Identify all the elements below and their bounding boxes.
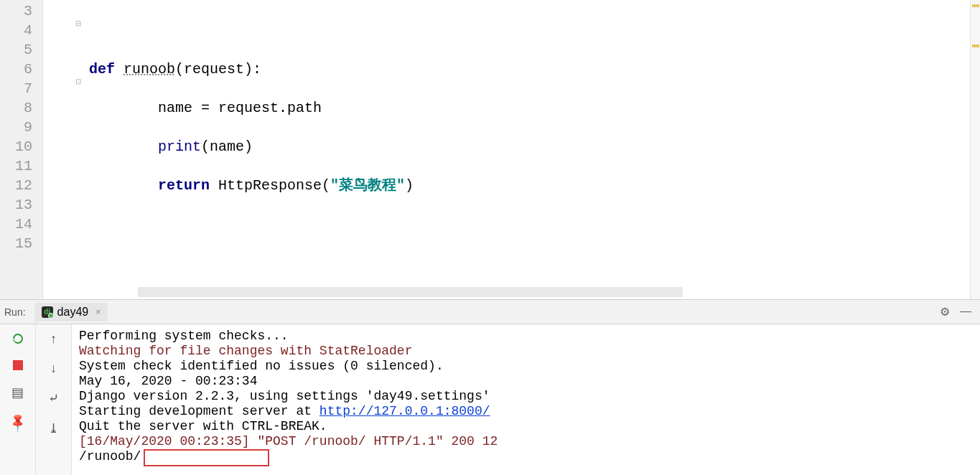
console-line: Starting development server at http://12…	[79, 404, 973, 419]
line-num: 14	[0, 215, 32, 234]
console-line: Watching for file changes with StatReloa…	[79, 344, 973, 359]
up-arrow-icon[interactable]: ↑	[50, 331, 57, 347]
run-toolbar-left: ▤ 📌	[0, 324, 36, 475]
warning-marker[interactable]	[972, 44, 979, 47]
console-output[interactable]: Performing system checks... Watching for…	[72, 324, 980, 475]
line-num: 9	[0, 118, 32, 137]
console-line: System check identified no issues (0 sil…	[79, 359, 973, 374]
warning-marker[interactable]	[972, 4, 979, 7]
line-num: 5	[0, 40, 32, 60]
line-num: 15	[0, 234, 32, 253]
line-num: 11	[0, 156, 32, 176]
console-line: Performing system checks...	[79, 329, 973, 344]
run-title: Run:	[4, 306, 26, 318]
run-body: ▤ 📌 ↑ ↓ ⤶ ⤓ Performing system checks... …	[0, 324, 980, 475]
run-config-tab[interactable]: dj day49 ×	[34, 303, 108, 321]
console-line: Django version 2.2.3, using settings 'da…	[79, 389, 973, 404]
line-num: 6	[0, 60, 32, 79]
run-header: Run: dj day49 × ⚙ —	[0, 300, 980, 324]
console-line: Quit the server with CTRL-BREAK.	[79, 419, 973, 434]
run-config-name: day49	[57, 306, 89, 319]
line-num: 7	[0, 79, 32, 98]
hide-icon[interactable]: —	[960, 305, 971, 319]
code-line: return HttpResponse("菜鸟教程")	[89, 176, 970, 195]
fold-collapse-icon[interactable]: ⊟	[75, 19, 81, 27]
code-editor[interactable]: 3 4 5 6 7 8 9 10 11 12 13 14 15 ⊟ ⊡ def …	[0, 0, 980, 299]
line-num: 13	[0, 195, 32, 215]
console-request-line: [16/May/2020 00:23:35] "POST /runoob/ HT…	[79, 434, 973, 449]
layout-icon[interactable]: ▤	[11, 385, 24, 400]
line-num: 10	[0, 137, 32, 156]
close-tab-icon[interactable]: ×	[95, 307, 101, 317]
line-num: 12	[0, 176, 32, 195]
console-path-line: /runoob/	[79, 449, 973, 464]
stop-icon[interactable]	[13, 360, 23, 370]
line-num: 8	[0, 98, 32, 118]
console-line: May 16, 2020 - 00:23:34	[79, 374, 973, 389]
code-content[interactable]: def runoob(request): name = request.path…	[47, 1, 970, 234]
pin-icon[interactable]: 📌	[6, 411, 29, 433]
editor-scroll-markers[interactable]	[970, 0, 980, 299]
django-icon: dj	[42, 306, 53, 318]
soft-wrap-icon[interactable]: ⤶	[48, 390, 59, 406]
down-arrow-icon[interactable]: ↓	[50, 361, 57, 376]
code-line	[89, 21, 970, 40]
run-tool-window: Run: dj day49 × ⚙ — ▤ 📌 ↑ ↓ ⤶ ⤓ Performi…	[0, 299, 980, 475]
run-toolbar-inner: ↑ ↓ ⤶ ⤓	[36, 324, 72, 475]
fold-end-icon[interactable]: ⊡	[75, 77, 81, 85]
code-line: def runoob(request):	[89, 60, 970, 79]
line-num: 3	[0, 1, 32, 21]
code-area[interactable]: ⊟ ⊡ def runoob(request): name = request.…	[43, 0, 970, 299]
line-num: 4	[0, 21, 32, 40]
code-line: name = request.path	[89, 98, 970, 118]
code-line: print(name)	[89, 137, 970, 156]
horizontal-scrollbar[interactable]	[138, 287, 683, 297]
scroll-to-end-icon[interactable]: ⤓	[48, 420, 59, 436]
server-url-link[interactable]: http://127.0.0.1:8000/	[319, 404, 490, 418]
line-number-gutter: 3 4 5 6 7 8 9 10 11 12 13 14 15	[0, 0, 43, 299]
gear-icon[interactable]: ⚙	[940, 305, 950, 319]
rerun-icon[interactable]	[11, 331, 25, 346]
